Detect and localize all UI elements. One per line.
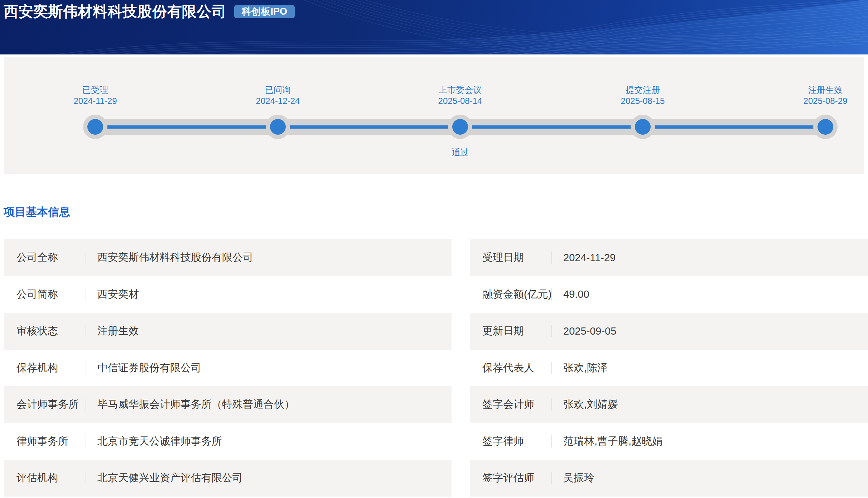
section-title: 项目基本信息	[4, 205, 70, 219]
info-label: 保荐代表人	[482, 361, 551, 375]
stage-dot-icon	[270, 119, 286, 135]
info-label: 受理日期	[482, 250, 551, 265]
stage-name: 注册生效	[772, 84, 868, 95]
timeline-stage: 注册生效 2025-08-29	[772, 57, 868, 174]
timeline-stage: 已受理 2024-11-29	[42, 57, 149, 174]
label-value-divider	[551, 435, 552, 447]
info-value: 北京天健兴业资产评估有限公司	[97, 471, 243, 485]
info-label: 会计师事务所	[16, 397, 86, 412]
timeline-stage: 已问询 2024-12-24	[224, 57, 332, 174]
info-row: 融资金额(亿元) 49.00	[470, 276, 868, 313]
info-row: 律师事务所 北京市竞天公诚律师事务所	[4, 423, 452, 460]
label-value-divider	[86, 288, 86, 301]
label-value-divider	[86, 252, 86, 264]
info-label: 更新日期	[482, 324, 551, 338]
stage-date: 2025-08-14	[406, 95, 514, 106]
info-row: 保荐机构 中信证券股份有限公司	[4, 350, 452, 387]
info-value: 2024-11-29	[563, 252, 616, 264]
info-label: 签字评估师	[482, 471, 551, 485]
info-row: 受理日期 2024-11-29	[470, 239, 868, 276]
label-value-divider	[551, 252, 552, 264]
label-value-divider	[551, 398, 552, 411]
info-value: 吴振玲	[563, 471, 594, 485]
market-badge: 科创板IPO	[234, 5, 295, 18]
info-label: 公司简称	[16, 287, 86, 302]
stage-date: 2024-11-29	[42, 95, 149, 106]
info-table-left: 公司全称 西安奕斯伟材料科技股份有限公司 公司简称 西安奕材 审核状态 注册生效…	[4, 239, 452, 497]
label-value-divider	[86, 398, 86, 411]
info-value: 北京市竞天公诚律师事务所	[97, 434, 222, 449]
stage-name: 提交注册	[589, 84, 696, 95]
label-value-divider	[86, 362, 86, 374]
stage-result-label: 通过	[406, 147, 514, 158]
info-row: 更新日期 2025-09-05	[470, 313, 868, 350]
info-value: 张欢,刘婧媛	[563, 397, 618, 412]
page-header: 西安奕斯伟材料科技股份有限公司 科创板IPO	[0, 0, 868, 54]
stage-name: 上市委会议	[406, 84, 514, 95]
stage-name: 已问询	[224, 84, 332, 95]
stage-dot-icon	[818, 119, 833, 135]
label-value-divider	[86, 325, 86, 337]
info-row: 保荐代表人 张欢,陈泽	[470, 350, 868, 387]
stage-date: 2025-08-29	[772, 95, 868, 106]
label-value-divider	[86, 472, 86, 484]
info-label: 签字会计师	[482, 397, 551, 412]
info-value: 注册生效	[97, 324, 139, 338]
ipo-progress-timeline: 已受理 2024-11-29 已问询 2024-12-24 上市委会议 2025…	[4, 57, 864, 174]
info-value: 中信证券股份有限公司	[97, 361, 201, 375]
info-row: 审核状态 注册生效	[4, 313, 452, 350]
info-label: 融资金额(亿元)	[482, 287, 551, 302]
stage-date: 2024-12-24	[224, 95, 332, 106]
stage-dot-icon	[87, 119, 103, 135]
ipo-detail-page: { "header": { "company_name": "西安奕斯伟材料科技…	[0, 0, 868, 498]
info-label: 律师事务所	[16, 434, 86, 449]
info-row: 会计师事务所 毕马威华振会计师事务所（特殊普通合伙）	[4, 386, 452, 423]
page-title: 西安奕斯伟材料科技股份有限公司	[4, 3, 227, 20]
label-value-divider	[551, 288, 552, 301]
info-value: 西安奕材	[97, 287, 139, 302]
info-value: 西安奕斯伟材料科技股份有限公司	[97, 250, 253, 265]
info-row: 签字评估师 吴振玲	[470, 460, 868, 497]
info-row: 签字会计师 张欢,刘婧媛	[470, 386, 868, 423]
stage-dot-icon	[635, 119, 651, 135]
header-title-row: 西安奕斯伟材料科技股份有限公司 科创板IPO	[4, 3, 295, 20]
info-label: 保荐机构	[16, 361, 86, 375]
stage-name: 已受理	[42, 84, 149, 95]
info-table-right: 受理日期 2024-11-29 融资金额(亿元) 49.00 更新日期 2025…	[470, 239, 868, 497]
info-value: 张欢,陈泽	[563, 361, 608, 375]
info-row: 公司简称 西安奕材	[4, 276, 452, 313]
info-value: 范瑞林,曹子腾,赵晓娟	[563, 434, 662, 449]
label-value-divider	[551, 325, 552, 337]
label-value-divider	[86, 435, 86, 447]
info-value: 49.00	[563, 288, 589, 300]
info-label: 评估机构	[16, 471, 86, 485]
stage-dot-icon	[452, 119, 468, 135]
label-value-divider	[551, 362, 552, 374]
info-value: 毕马威华振会计师事务所（特殊普通合伙）	[97, 397, 295, 412]
timeline-stage: 上市委会议 2025-08-14 通过	[406, 57, 514, 174]
timeline-stage: 提交注册 2025-08-15	[589, 57, 696, 174]
label-value-divider	[551, 472, 552, 484]
info-value: 2025-09-05	[563, 325, 616, 337]
info-label: 公司全称	[16, 250, 86, 265]
info-row: 签字律师 范瑞林,曹子腾,赵晓娟	[470, 423, 868, 460]
info-label: 签字律师	[482, 434, 551, 449]
info-row: 评估机构 北京天健兴业资产评估有限公司	[4, 460, 452, 497]
stage-date: 2025-08-15	[589, 95, 696, 106]
info-label: 审核状态	[16, 324, 86, 338]
info-row: 公司全称 西安奕斯伟材料科技股份有限公司	[4, 239, 452, 276]
